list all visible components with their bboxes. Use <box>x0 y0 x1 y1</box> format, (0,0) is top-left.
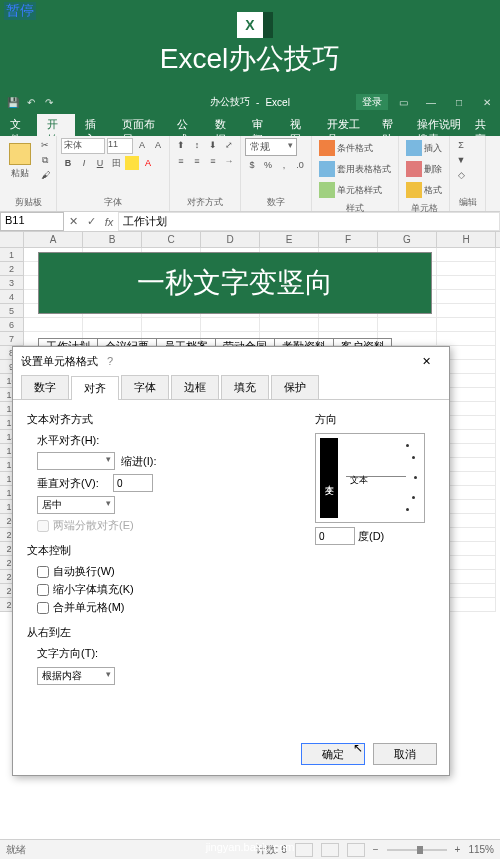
format-painter-icon[interactable]: 🖌 <box>38 168 52 182</box>
close-icon[interactable]: ✕ <box>474 91 500 113</box>
insert-cell-button[interactable]: 插入 <box>403 138 445 158</box>
row-header[interactable]: 6 <box>0 318 24 332</box>
dialog-titlebar[interactable]: 设置单元格格式 ? ✕ <box>13 347 449 375</box>
cond-format-button[interactable]: 条件格式 <box>316 138 376 158</box>
align-bottom-icon[interactable]: ⬇ <box>206 138 220 152</box>
copy-icon[interactable]: ⧉ <box>38 153 52 167</box>
halign-select[interactable] <box>37 452 115 470</box>
dialog-help-icon[interactable]: ? <box>98 355 122 367</box>
minimize-icon[interactable]: — <box>418 91 444 113</box>
fill-icon[interactable]: ▼ <box>454 153 468 167</box>
tab-data[interactable]: 数据 <box>205 114 242 136</box>
font-size-select[interactable]: 11 <box>107 138 133 154</box>
comma-icon[interactable]: , <box>277 158 291 172</box>
paste-button[interactable]: 粘贴 <box>4 138 36 184</box>
cancel-button[interactable]: 取消 <box>373 743 437 765</box>
undo-icon[interactable]: ↶ <box>24 95 38 109</box>
orientation-dial[interactable]: 文本 <box>344 438 420 518</box>
ribbon-options-icon[interactable]: ▭ <box>390 91 416 113</box>
underline-icon[interactable]: U <box>93 156 107 170</box>
font-name-select[interactable]: 宋体 <box>61 138 105 154</box>
share-button[interactable]: 共享 <box>475 117 492 133</box>
tab-view[interactable]: 视图 <box>280 114 317 136</box>
align-left-icon[interactable]: ≡ <box>174 154 188 168</box>
table-format-button[interactable]: 套用表格格式 <box>316 159 394 179</box>
tab-formulas[interactable]: 公式 <box>167 114 204 136</box>
align-right-icon[interactable]: ≡ <box>206 154 220 168</box>
percent-icon[interactable]: % <box>261 158 275 172</box>
formula-bar[interactable]: 工作计划 <box>118 212 500 231</box>
number-format-select[interactable]: 常规 <box>245 138 297 156</box>
fx-icon[interactable]: fx <box>100 212 118 231</box>
row-header[interactable]: 7 <box>0 332 24 346</box>
clear-icon[interactable]: ◇ <box>454 168 468 182</box>
col-header[interactable]: H <box>437 232 496 247</box>
shrink-font-icon[interactable]: A <box>151 138 165 152</box>
autosum-icon[interactable]: Σ <box>454 138 468 152</box>
maximize-icon[interactable]: □ <box>446 91 472 113</box>
cut-icon[interactable]: ✂ <box>38 138 52 152</box>
redo-icon[interactable]: ↷ <box>42 95 56 109</box>
merge-cells-checkbox[interactable]: 合并单元格(M) <box>37 600 295 615</box>
border-icon[interactable]: 田 <box>109 156 123 170</box>
inc-decimal-icon[interactable]: .0 <box>293 158 307 172</box>
fill-color-icon[interactable] <box>125 156 139 170</box>
italic-icon[interactable]: I <box>77 156 91 170</box>
title-merged-cell[interactable]: 一秒文字变竖向 <box>38 252 432 314</box>
justify-distributed-checkbox[interactable]: 两端分散对齐(E) <box>37 518 295 533</box>
name-box[interactable]: B11 <box>0 212 64 231</box>
indent-input[interactable] <box>113 474 153 492</box>
dlg-tab-font[interactable]: 字体 <box>121 375 169 399</box>
align-top-icon[interactable]: ⬆ <box>174 138 188 152</box>
confirm-edit-icon[interactable]: ✓ <box>82 212 100 231</box>
indent-icon[interactable]: → <box>222 154 236 168</box>
dlg-tab-align[interactable]: 对齐 <box>71 376 119 400</box>
dlg-tab-protect[interactable]: 保护 <box>271 375 319 399</box>
login-button[interactable]: 登录 <box>356 94 388 110</box>
valign-select[interactable]: 居中 <box>37 496 115 514</box>
currency-icon[interactable]: $ <box>245 158 259 172</box>
format-cell-button[interactable]: 格式 <box>403 180 445 200</box>
tab-layout[interactable]: 页面布局 <box>112 114 167 136</box>
col-header[interactable]: B <box>83 232 142 247</box>
bold-icon[interactable]: B <box>61 156 75 170</box>
tab-help[interactable]: 帮助 <box>372 114 409 136</box>
tell-me-button[interactable]: 操作说明搜索 <box>417 117 468 133</box>
wrap-text-checkbox[interactable]: 自动换行(W) <box>37 564 295 579</box>
tab-devtools[interactable]: 开发工具 <box>317 114 372 136</box>
col-header[interactable]: A <box>24 232 83 247</box>
orientation-control[interactable]: 文本 文本 <box>315 433 425 523</box>
row-header[interactable]: 4 <box>0 290 24 304</box>
col-header[interactable]: G <box>378 232 437 247</box>
degrees-input[interactable] <box>315 527 355 545</box>
align-middle-icon[interactable]: ↕ <box>190 138 204 152</box>
grow-font-icon[interactable]: A <box>135 138 149 152</box>
text-dir-select[interactable]: 根据内容 <box>37 667 115 685</box>
col-header[interactable]: E <box>260 232 319 247</box>
dlg-tab-number[interactable]: 数字 <box>21 375 69 399</box>
cancel-edit-icon[interactable]: ✕ <box>64 212 82 231</box>
select-all-corner[interactable] <box>0 232 24 247</box>
row-header[interactable]: 2 <box>0 262 24 276</box>
align-center-icon[interactable]: ≡ <box>190 154 204 168</box>
col-header[interactable]: C <box>142 232 201 247</box>
dlg-tab-border[interactable]: 边框 <box>171 375 219 399</box>
row-header[interactable]: 3 <box>0 276 24 290</box>
cell-style-button[interactable]: 单元格样式 <box>316 180 385 200</box>
row-header[interactable]: 5 <box>0 304 24 318</box>
font-color-icon[interactable]: A <box>141 156 155 170</box>
vertical-text-button[interactable]: 文本 <box>320 438 338 518</box>
tab-insert[interactable]: 插入 <box>75 114 112 136</box>
save-icon[interactable]: 💾 <box>6 95 20 109</box>
tab-home[interactable]: 开始 <box>37 114 74 136</box>
tab-file[interactable]: 文件 <box>0 114 37 136</box>
row-header[interactable]: 1 <box>0 248 24 262</box>
delete-cell-button[interactable]: 删除 <box>403 159 445 179</box>
col-header[interactable]: D <box>201 232 260 247</box>
shrink-fit-checkbox[interactable]: 缩小字体填充(K) <box>37 582 295 597</box>
orientation-icon[interactable]: ⤢ <box>222 138 236 152</box>
col-header[interactable]: F <box>319 232 378 247</box>
dlg-tab-fill[interactable]: 填充 <box>221 375 269 399</box>
dialog-close-icon[interactable]: ✕ <box>411 355 441 368</box>
tab-review[interactable]: 审阅 <box>242 114 279 136</box>
